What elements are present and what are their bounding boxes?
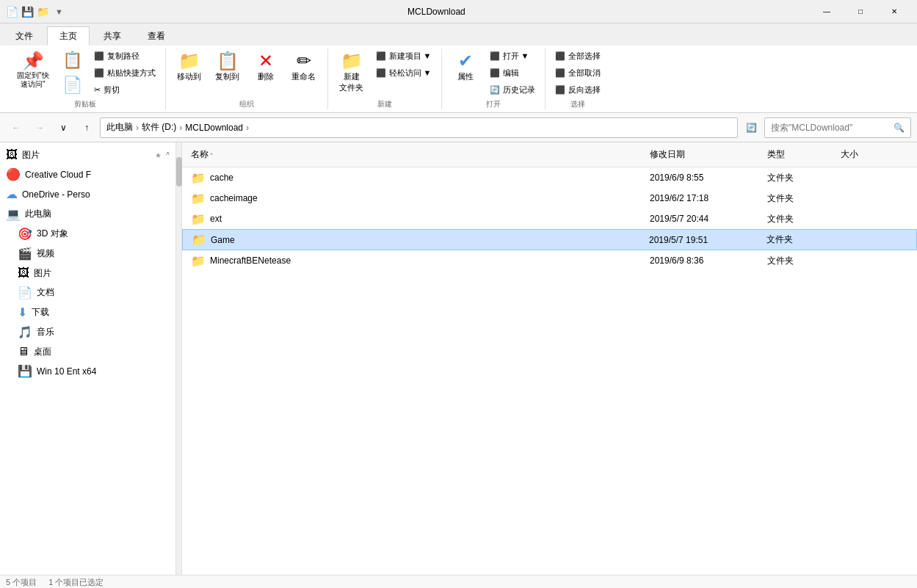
new-folder-button[interactable]: 📁 新建文件夹 [334,48,369,97]
history-icon: 🔄 [490,85,500,95]
select-buttons: ⬛ 全部选择 ⬛ 全部取消 ⬛ 反向选择 [551,48,604,98]
breadcrumb-part-computer[interactable]: 此电脑 [106,121,133,134]
properties-button[interactable]: ✔ 属性 [448,48,483,86]
column-size[interactable]: 大小 [838,145,911,164]
table-row[interactable]: 📁 cacheimage 2019/6/2 17:18 文件夹 [182,188,917,208]
maximize-button[interactable]: □ [844,0,877,23]
ribbon-group-organize: 📁 移动到 📋 复制到 ✕ 删除 ✏ 重命名 组织 [166,48,328,109]
copy-to-button[interactable]: 📋 复制到 [210,48,245,86]
up-button[interactable]: ↑ [76,117,97,138]
folder-icon: 📁 [191,171,206,185]
file-name-cell: 📁 Game [189,231,646,248]
rename-button[interactable]: ✏ 重命名 [286,48,322,86]
select-small-buttons: ⬛ 全部选择 ⬛ 全部取消 ⬛ 反向选择 [551,48,604,98]
sidebar-item-music[interactable]: 🎵 音乐 [0,322,175,342]
copy-button[interactable]: 📋 [57,48,87,72]
back-button[interactable]: ← [6,117,26,138]
new-item-icon: ⬛ [376,51,386,61]
videos-icon: 🎬 [18,247,32,261]
paste-button[interactable]: 📄 [57,73,87,97]
file-modified: 2019/5/7 19:51 [646,233,764,247]
easy-access-button[interactable]: ⬛ 轻松访问 ▼ [372,65,435,81]
column-modified[interactable]: 修改日期 [647,145,764,164]
file-type: 文件夹 [764,211,838,227]
open-label: 打开 ▼ [503,51,529,62]
file-size [837,239,910,242]
sidebar-scrollbar[interactable] [176,142,182,575]
easy-access-icon: ⬛ [376,68,386,78]
sidebar-item-videos[interactable]: 🎬 视频 [0,244,175,264]
sidebar-item-creative-cloud[interactable]: 🔴 Creative Cloud F [0,164,175,184]
column-name[interactable]: 名称 ^ [188,145,647,164]
sidebar-item-desktop[interactable]: 🖥 桌面 [0,342,175,361]
paste-shortcut-button[interactable]: ⬛ 粘贴快捷方式 [90,65,159,81]
file-name-cell: 📁 cache [188,170,647,186]
minimize-button[interactable]: — [810,0,844,23]
file-column-headers: 名称 ^ 修改日期 类型 大小 [182,142,917,167]
file-name-cell: 📁 MinecraftBENetease [188,253,647,269]
sidebar-item-this-pc[interactable]: 💻 此电脑 [0,204,175,224]
open-button[interactable]: ⬛ 打开 ▼ [486,48,539,64]
sidebar-item-win10[interactable]: 💾 Win 10 Ent x64 [0,361,175,381]
open-icon: ⬛ [490,51,500,61]
file-modified: 2019/6/9 8:36 [647,254,764,267]
sidebar-item-pictures[interactable]: 🖼 图片 [0,264,175,283]
breadcrumb-part-drive[interactable]: 软件 (D:) [142,121,176,134]
table-row[interactable]: 📁 cache 2019/6/9 8:55 文件夹 [182,167,917,188]
sidebar-item-pictures-pinned[interactable]: 🖼 图片 ★ ^ [0,145,175,164]
table-row[interactable]: 📁 Game 2019/5/7 19:51 文件夹 [182,229,917,250]
ribbon-group-select: ⬛ 全部选择 ⬛ 全部取消 ⬛ 反向选择 选择 [546,48,610,109]
search-bar[interactable]: 🔍 [764,117,911,138]
sidebar-item-3d-objects[interactable]: 🎯 3D 对象 [0,224,175,244]
close-button[interactable]: ✕ [877,0,911,23]
refresh-button[interactable]: 🔄 [741,117,761,138]
tab-home[interactable]: 主页 [47,26,90,46]
column-type[interactable]: 类型 [764,145,838,164]
breadcrumb-sep-1: › [136,123,139,133]
table-row[interactable]: 📁 ext 2019/5/7 20:44 文件夹 [182,208,917,229]
breadcrumb-sep-2: › [179,123,182,133]
deselect-all-icon: ⬛ [555,68,565,78]
edit-button[interactable]: ⬛ 编辑 [486,65,539,81]
pin-quick-access-button[interactable]: 📌 固定到"快速访问" [12,48,54,92]
sidebar-item-onedrive[interactable]: ☁ OneDrive - Perso [0,184,175,204]
new-item-button[interactable]: ⬛ 新建项目 ▼ [372,48,435,64]
delete-button[interactable]: ✕ 删除 [248,48,283,86]
cut-button[interactable]: ✂ 剪切 [90,82,159,98]
table-row[interactable]: 📁 MinecraftBENetease 2019/6/9 8:36 文件夹 [182,250,917,271]
paste-icon: 📄 [62,77,82,93]
pictures-icon: 🖼 [18,266,29,280]
title-dropdown-arrow[interactable]: ▼ [55,7,63,16]
move-label: 移动到 [177,71,201,82]
breadcrumb-part-folder[interactable]: MCLDownload [185,123,243,133]
tab-share[interactable]: 共享 [91,26,134,46]
deselect-all-button[interactable]: ⬛ 全部取消 [551,65,604,81]
title-icon-folder: 📁 [37,6,49,18]
search-input[interactable] [771,123,894,133]
status-bar: 5 个项目 1 个项目已选定 [0,575,917,588]
select-all-button[interactable]: ⬛ 全部选择 [551,48,604,64]
title-icon-doc: 📄 [6,6,18,18]
history-button[interactable]: 🔄 历史记录 [486,82,539,98]
copy-path-button[interactable]: ⬛ 复制路径 [90,48,159,64]
forward-button[interactable]: → [29,117,50,138]
invert-selection-button[interactable]: ⬛ 反向选择 [551,82,604,98]
title-bar: 📄 💾 📁 ▼ MCLDownload — □ ✕ [0,0,917,23]
tab-file[interactable]: 文件 [3,26,46,46]
breadcrumb[interactable]: 此电脑 › 软件 (D:) › MCLDownload › [100,117,738,138]
move-to-button[interactable]: 📁 移动到 [172,48,207,86]
tab-view[interactable]: 查看 [135,26,178,46]
sidebar-item-label: 图片 [22,149,40,161]
file-type: 文件夹 [764,232,837,247]
onedrive-icon: ☁ [6,187,18,201]
scrollbar-thumb[interactable] [176,157,182,186]
sidebar-item-downloads[interactable]: ⬇ 下载 [0,302,175,322]
sidebar-item-label: 图片 [34,267,51,280]
file-type: 文件夹 [764,253,838,269]
title-bar-icons: 📄 💾 📁 ▼ [6,6,63,18]
new-small-buttons: ⬛ 新建项目 ▼ ⬛ 轻松访问 ▼ [372,48,435,81]
open-buttons: ✔ 属性 ⬛ 打开 ▼ ⬛ 编辑 🔄 历史记录 [448,48,539,98]
sidebar-item-documents[interactable]: 📄 文档 [0,283,175,302]
downloads-icon: ⬇ [18,305,27,319]
recent-locations-button[interactable]: ∨ [53,117,73,138]
